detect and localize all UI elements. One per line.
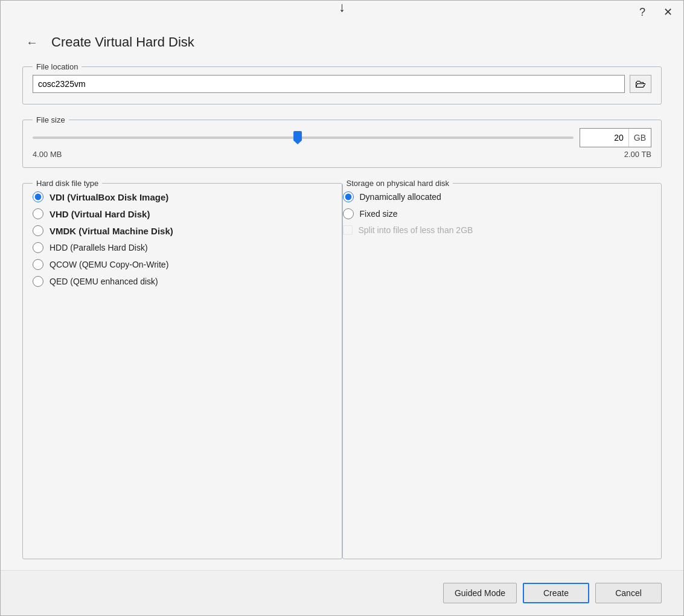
storage-radio-group: Dynamically allocated Fixed size Split i… <box>343 188 652 240</box>
radio-vmdk[interactable] <box>33 225 43 236</box>
radio-label-hdd: HDD (Parallels Hard Disk) <box>50 243 148 252</box>
radio-qed[interactable] <box>33 276 43 287</box>
hard-disk-type-section: Hard disk file type VDI (VirtualBox Disk… <box>22 179 342 559</box>
radio-label-dynamic: Dynamically allocated <box>360 192 441 202</box>
dialog-title: Create Virtual Hard Disk <box>51 34 194 50</box>
slider-max-label: 2.00 TB <box>624 150 651 159</box>
title-bar-icons: ? ✕ <box>636 5 676 19</box>
dialog-header: ← Create Virtual Hard Disk <box>1 24 683 57</box>
radio-label-vhd: VHD (Virtual Hard Disk) <box>50 209 150 219</box>
help-button[interactable]: ? <box>636 5 649 19</box>
file-location-row: 🗁 <box>33 71 651 95</box>
radio-item-vmdk[interactable]: VMDK (Virtual Machine Disk) <box>33 225 342 236</box>
file-location-input[interactable] <box>33 75 625 93</box>
create-button[interactable]: Create <box>523 583 589 603</box>
radio-label-fixed: Fixed size <box>360 209 398 219</box>
hard-disk-type-legend: Hard disk file type <box>33 179 102 188</box>
radio-qcow[interactable] <box>33 259 43 270</box>
radio-item-qcow[interactable]: QCOW (QEMU Copy-On-Write) <box>33 259 342 270</box>
file-location-legend: File location <box>33 62 82 71</box>
radio-vdi[interactable] <box>33 191 43 202</box>
split-files-checkbox[interactable] <box>343 225 353 235</box>
disk-type-radio-group: VDI (VirtualBox Disk Image) VHD (Virtual… <box>33 188 342 292</box>
slider-labels: 4.00 MB 2.00 TB <box>33 149 651 159</box>
down-arrow-icon: ↓ <box>339 1 345 14</box>
guided-mode-button[interactable]: Guided Mode <box>443 583 517 603</box>
slider-min-label: 4.00 MB <box>33 150 62 159</box>
radio-vhd[interactable] <box>33 208 43 219</box>
folder-icon: 🗁 <box>635 78 646 91</box>
radio-label-qcow: QCOW (QEMU Copy-On-Write) <box>50 260 168 269</box>
close-button[interactable]: ✕ <box>660 5 676 19</box>
radio-label-vmdk: VMDK (Virtual Machine Disk) <box>50 226 173 236</box>
radio-item-vhd[interactable]: VHD (Virtual Hard Disk) <box>33 208 342 219</box>
dialog-body: File location 🗁 File size GB <box>1 57 683 570</box>
size-input-group: GB <box>580 128 651 147</box>
browse-folder-button[interactable]: 🗁 <box>630 75 651 93</box>
radio-item-fixed[interactable]: Fixed size <box>343 208 652 219</box>
file-size-section: File size GB 4.00 MB 2.00 TB <box>22 115 662 168</box>
slider-container <box>33 129 574 146</box>
size-slider[interactable] <box>33 136 574 139</box>
storage-section: Storage on physical hard disk Dynamicall… <box>342 179 662 559</box>
file-location-section: File location 🗁 <box>22 62 662 104</box>
title-bar: ↓ ? ✕ <box>1 1 683 24</box>
radio-item-dynamic[interactable]: Dynamically allocated <box>343 191 652 202</box>
dialog-footer: Guided Mode Create Cancel <box>1 570 683 615</box>
dialog: ↓ ? ✕ ← Create Virtual Hard Disk File lo… <box>0 0 684 616</box>
filesize-slider-row: GB <box>33 124 651 149</box>
radio-item-hdd[interactable]: HDD (Parallels Hard Disk) <box>33 242 342 253</box>
split-files-checkbox-item: Split into files of less than 2GB <box>343 225 652 235</box>
split-files-label: Split into files of less than 2GB <box>359 225 473 235</box>
radio-dynamic[interactable] <box>343 191 354 202</box>
back-button[interactable]: ← <box>22 36 42 50</box>
radio-item-qed[interactable]: QED (QEMU enhanced disk) <box>33 276 342 287</box>
file-size-legend: File size <box>33 115 69 124</box>
radio-label-qed: QED (QEMU enhanced disk) <box>50 277 158 286</box>
cancel-button[interactable]: Cancel <box>595 583 662 603</box>
size-unit: GB <box>628 129 651 147</box>
radio-label-vdi: VDI (VirtualBox Disk Image) <box>50 192 168 202</box>
storage-legend: Storage on physical hard disk <box>343 179 453 188</box>
radio-hdd[interactable] <box>33 242 43 253</box>
size-value-input[interactable] <box>580 129 628 147</box>
radio-fixed[interactable] <box>343 208 354 219</box>
radio-item-vdi[interactable]: VDI (VirtualBox Disk Image) <box>33 191 342 202</box>
two-column-section: Hard disk file type VDI (VirtualBox Disk… <box>22 179 662 570</box>
